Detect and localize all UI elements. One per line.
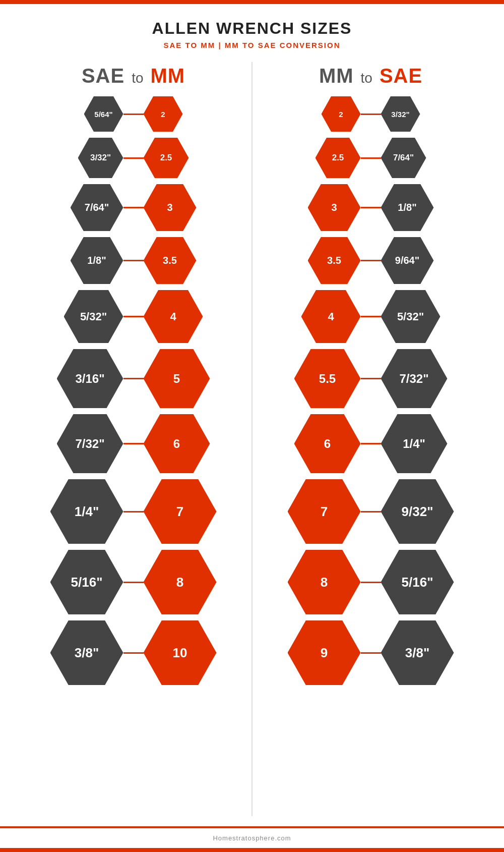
- table-row: 2.5 7/64": [288, 138, 454, 178]
- mm-hex: 7: [288, 479, 361, 544]
- table-row: 6 1/4": [288, 414, 454, 473]
- connector-line: [123, 113, 144, 115]
- sae-hex: 7/32": [381, 349, 448, 408]
- table-row: 3 1/8": [288, 184, 454, 231]
- mm-hex: 6: [144, 414, 210, 473]
- mm-hex: 3: [308, 184, 361, 231]
- table-row: 7/64" 3: [50, 184, 217, 231]
- sae-hex: 1/4": [50, 479, 123, 544]
- sae-hex: 7/32": [57, 414, 123, 473]
- connector-line: [361, 260, 381, 261]
- connector-line: [361, 511, 381, 513]
- sae-hex: 3/8": [50, 620, 123, 685]
- main-content: SAE to MM 5/64" 2 3/32" 2.5 7/64" 3 1/8"…: [0, 57, 504, 826]
- connector-line: [123, 652, 144, 654]
- mm-to-sae-column: MM to SAE 2 3/32" 2.5 7/64" 3 1/8" 3.5 9…: [258, 62, 484, 816]
- sae-hex: 5/32": [64, 290, 123, 343]
- table-row: 9 3/8": [288, 620, 454, 685]
- page-subtitle: SAE TO MM | MM TO SAE CONVERSION: [10, 41, 494, 49]
- mm-hex: 3: [144, 184, 197, 231]
- connector-line: [123, 260, 144, 261]
- sae-mm-rows: 5/64" 2 3/32" 2.5 7/64" 3 1/8" 3.5 5/32"…: [50, 96, 217, 691]
- sae-hex: 3/32": [78, 138, 123, 178]
- table-row: 5/16" 8: [50, 550, 217, 614]
- table-row: 8 5/16": [288, 550, 454, 614]
- page-title: ALLEN WRENCH SIZES: [10, 19, 494, 38]
- connector-line: [361, 207, 381, 208]
- table-row: 7 9/32": [288, 479, 454, 544]
- connector-line: [361, 378, 381, 379]
- connector-line: [361, 157, 381, 159]
- mm-hex: 6: [294, 414, 361, 473]
- mm-hex: 8: [144, 550, 217, 614]
- sae-hex: 9/32": [381, 479, 454, 544]
- header: ALLEN WRENCH SIZES SAE TO MM | MM TO SAE…: [0, 4, 504, 57]
- sae-hex: 5/16": [50, 550, 123, 614]
- mm-hex: 2.5: [144, 138, 189, 178]
- table-row: 3/16" 5: [50, 349, 217, 408]
- mm-hex: 10: [144, 620, 217, 685]
- table-row: 2 3/32": [288, 96, 454, 132]
- mm-hex: 9: [288, 620, 361, 685]
- footer-text: Homestratosphere.com: [213, 834, 291, 842]
- to-label-right: to: [361, 70, 372, 86]
- sae-to-mm-column: SAE to MM 5/64" 2 3/32" 2.5 7/64" 3 1/8"…: [20, 62, 246, 816]
- connector-line: [123, 582, 144, 583]
- footer: Homestratosphere.com: [0, 826, 504, 848]
- connector-line: [361, 113, 381, 115]
- mm-hex: 2: [322, 96, 361, 132]
- top-bar: [0, 0, 504, 4]
- sae-hex: 3/16": [57, 349, 123, 408]
- column-divider: [251, 62, 253, 816]
- mm-to-sae-header: MM to SAE: [319, 65, 422, 87]
- sae-hex: 7/64": [381, 138, 426, 178]
- sae-hex: 1/8": [71, 237, 123, 284]
- footer-bottom-bar: [0, 848, 504, 852]
- sae-label: SAE: [82, 65, 124, 87]
- connector-line: [361, 582, 381, 583]
- table-row: 3/8" 10: [50, 620, 217, 685]
- connector-line: [361, 316, 381, 317]
- table-row: 1/8" 3.5: [50, 237, 217, 284]
- sae-hex: 1/4": [381, 414, 448, 473]
- connector-line: [123, 316, 144, 317]
- sae-hex: 5/64": [84, 96, 123, 132]
- mm-label-right: MM: [319, 65, 354, 87]
- table-row: 1/4" 7: [50, 479, 217, 544]
- table-row: 3/32" 2.5: [50, 138, 217, 178]
- connector-line: [123, 157, 144, 159]
- mm-hex: 2.5: [316, 138, 361, 178]
- sae-hex: 5/32": [381, 290, 440, 343]
- to-label-left: to: [132, 70, 143, 86]
- mm-hex: 8: [288, 550, 361, 614]
- table-row: 4 5/32": [288, 290, 454, 343]
- table-row: 7/32" 6: [50, 414, 217, 473]
- table-row: 5/32" 4: [50, 290, 217, 343]
- connector-line: [361, 652, 381, 654]
- table-row: 5/64" 2: [50, 96, 217, 132]
- mm-hex: 7: [144, 479, 217, 544]
- mm-hex: 3.5: [144, 237, 197, 284]
- connector-line: [361, 443, 381, 444]
- table-row: 3.5 9/64": [288, 237, 454, 284]
- sae-hex: 3/32": [381, 96, 420, 132]
- mm-hex: 4: [301, 290, 361, 343]
- sae-hex: 5/16": [381, 550, 454, 614]
- sae-hex: 1/8": [381, 184, 434, 231]
- connector-line: [123, 443, 144, 444]
- table-row: 5.5 7/32": [288, 349, 454, 408]
- mm-hex: 4: [144, 290, 203, 343]
- mm-hex: 3.5: [308, 237, 361, 284]
- mm-label: MM: [150, 65, 185, 87]
- mm-sae-rows: 2 3/32" 2.5 7/64" 3 1/8" 3.5 9/64" 4 5/3…: [288, 96, 454, 691]
- connector-line: [123, 207, 144, 208]
- connector-line: [123, 511, 144, 513]
- connector-line: [123, 378, 144, 379]
- mm-hex: 2: [144, 96, 183, 132]
- sae-to-mm-header: SAE to MM: [82, 65, 185, 87]
- mm-hex: 5.5: [294, 349, 361, 408]
- sae-hex: 7/64": [71, 184, 123, 231]
- sae-hex: 3/8": [381, 620, 454, 685]
- mm-hex: 5: [144, 349, 210, 408]
- sae-hex: 9/64": [381, 237, 434, 284]
